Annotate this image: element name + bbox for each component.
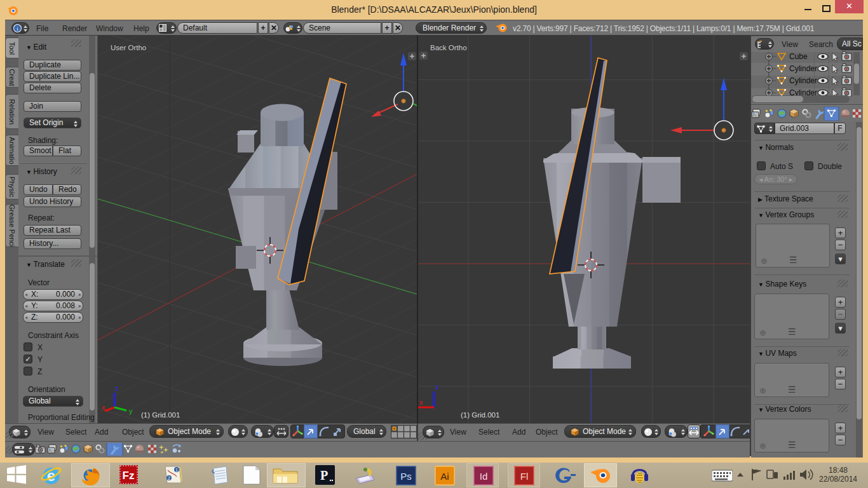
svg-text:Id: Id: [480, 471, 488, 482]
svg-text:x: x: [102, 403, 105, 411]
svg-text:Ps: Ps: [400, 471, 412, 482]
svg-text:(1) Grid.001: (1) Grid.001: [141, 411, 180, 419]
svg-text:Cylinder: Cylinder: [789, 64, 817, 73]
svg-text:User Ortho: User Ortho: [111, 44, 146, 51]
svg-text:z: z: [115, 384, 119, 392]
svg-text:x: x: [419, 398, 423, 406]
svg-text:Back Ortho: Back Ortho: [430, 44, 467, 51]
svg-text:Ai: Ai: [440, 471, 449, 482]
svg-text:P: P: [320, 468, 328, 482]
svg-text:(1) Grid.001: (1) Grid.001: [461, 411, 499, 419]
svg-text:Fl: Fl: [520, 471, 529, 482]
svg-text:Cube: Cube: [789, 52, 808, 61]
svg-text:1: 1: [175, 468, 178, 472]
svg-text:y: y: [129, 407, 133, 415]
svg-text:z: z: [435, 383, 439, 391]
svg-text:2: 2: [168, 476, 170, 480]
svg-text:Fz: Fz: [123, 470, 135, 482]
svg-text:Cylinder: Cylinder: [789, 76, 817, 85]
